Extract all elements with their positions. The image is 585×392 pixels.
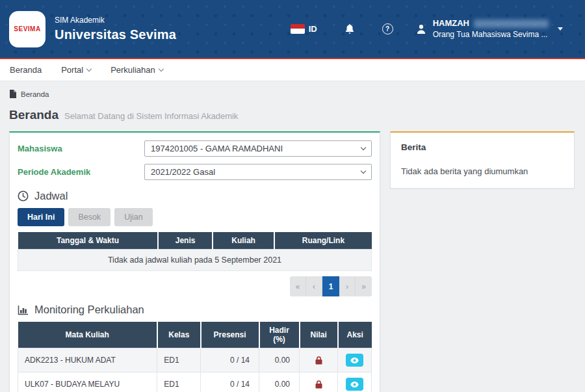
language-switcher[interactable]: ID	[291, 24, 317, 34]
dashboard-panel: Mahasiswa 1974201005 - GAMA RAMADHANI Pe…	[9, 131, 380, 392]
help-button[interactable]: ?	[382, 23, 393, 34]
periode-akademik-select[interactable]: 2021/2022 Gasal	[144, 164, 372, 180]
tab-besok[interactable]: Besok	[68, 208, 110, 226]
user-icon	[415, 23, 427, 35]
file-icon	[9, 90, 16, 98]
user-role: Orang Tua Mahasiswa Sevima ...	[433, 30, 549, 40]
monitoring-col-mata-kuliah: Mata Kuliah	[18, 322, 157, 348]
periode-akademik-label: Periode Akademik	[18, 167, 144, 177]
mata-kuliah-cell: ULK07 - BUDAYA MELAYU	[18, 372, 157, 392]
jadwal-col-kuliah: Kuliah	[213, 232, 275, 250]
monitoring-col-presensi: Presensi	[201, 322, 259, 348]
main-nav: Beranda Portal Perkuliahan	[0, 59, 585, 81]
presensi-cell: 0 / 14	[201, 348, 259, 372]
clock-icon	[18, 190, 29, 202]
brand-block: SIM Akademik Universitas Sevima	[55, 16, 176, 42]
app-subtitle: SIM Akademik	[55, 16, 176, 25]
monitoring-table: Mata Kuliah Kelas Presensi Hadir (%) Nil…	[18, 322, 372, 392]
nilai-cell	[300, 348, 338, 372]
view-detail-button[interactable]	[346, 378, 363, 391]
jadwal-col-jenis: Jenis	[158, 232, 212, 250]
question-circle-icon: ?	[382, 23, 393, 34]
app-title: Universitas Sevima	[55, 27, 176, 42]
kelas-cell: ED1	[157, 348, 201, 372]
kelas-cell: ED1	[157, 372, 201, 392]
pagination-page-1[interactable]: 1	[322, 276, 339, 296]
presensi-cell: 0 / 14	[201, 372, 259, 392]
breadcrumb[interactable]: Beranda	[9, 90, 575, 98]
monitoring-col-kelas: Kelas	[157, 322, 201, 348]
view-detail-button[interactable]	[346, 354, 363, 367]
mahasiswa-select[interactable]: 1974201005 - GAMA RAMADHANI	[144, 140, 372, 157]
monitoring-col-aksi: Aksi	[338, 322, 372, 348]
user-name: HAMZAH	[433, 18, 469, 29]
berita-empty-message: Tidak ada berita yang diumumkan	[401, 166, 564, 176]
aksi-cell	[338, 372, 372, 392]
breadcrumb-label: Beranda	[21, 90, 49, 98]
mata-kuliah-cell: ADK2213 - HUKUM ADAT	[18, 348, 157, 372]
nilai-cell	[300, 372, 338, 392]
nav-item-beranda[interactable]: Beranda	[10, 65, 42, 75]
table-row: ULK07 - BUDAYA MELAYU ED1 0 / 14 0.00	[18, 372, 372, 392]
jadwal-tabs: Hari Ini Besok Ujian	[18, 208, 372, 226]
jadwal-col-tanggal: Tanggal & Waktu	[18, 232, 159, 250]
language-code: ID	[309, 24, 317, 34]
redacted-name-blur	[474, 20, 549, 28]
berita-title: Berita	[401, 142, 564, 152]
monitoring-col-hadir: Hadir (%)	[259, 322, 300, 348]
jadwal-pagination: « ‹ 1 › »	[290, 276, 372, 296]
pagination-prev-button[interactable]: ‹	[306, 276, 322, 296]
page-title: Beranda	[9, 108, 58, 122]
sevima-logo-text: SEVIMA	[14, 25, 40, 33]
user-menu[interactable]: HAMZAH Orang Tua Mahasiswa Sevima ...	[415, 18, 563, 40]
eye-icon	[350, 358, 359, 363]
chevron-down-icon	[159, 66, 164, 72]
berita-panel: Berita Tidak ada berita yang diumumkan	[390, 131, 575, 189]
pagination-next-button[interactable]: ›	[339, 276, 356, 296]
bell-icon	[344, 23, 355, 34]
tab-hari-ini[interactable]: Hari Ini	[18, 208, 64, 226]
pagination-last-button[interactable]: »	[356, 276, 372, 296]
pagination-first-button[interactable]: «	[290, 276, 306, 296]
lock-icon	[315, 380, 322, 389]
monitoring-col-nilai: Nilai	[300, 322, 338, 348]
notifications-button[interactable]	[344, 23, 355, 34]
monitoring-section-title: Monitoring Perkuliahan	[34, 304, 144, 316]
jadwal-empty-message: Tidak ada jadwal kuliah pada 5 September…	[18, 250, 372, 271]
sevima-logo: SEVIMA	[9, 11, 46, 47]
nav-item-portal[interactable]: Portal	[61, 65, 91, 75]
aksi-cell	[338, 348, 372, 372]
chevron-down-icon	[86, 66, 92, 72]
nav-item-perkuliahan[interactable]: Perkuliahan	[110, 65, 163, 75]
chevron-down-icon	[558, 27, 563, 31]
jadwal-col-ruang: Ruang/Link	[274, 232, 371, 250]
tab-ujian[interactable]: Ujian	[114, 208, 153, 226]
bar-chart-icon	[18, 305, 29, 315]
page-subtitle: Selamat Datang di Sistem Informasi Akade…	[64, 111, 238, 121]
app-header: SEVIMA SIM Akademik Universitas Sevima I…	[0, 0, 585, 59]
hadir-cell: 0.00	[259, 372, 300, 392]
jadwal-section-title: Jadwal	[34, 190, 68, 202]
table-row: ADK2213 - HUKUM ADAT ED1 0 / 14 0.00	[18, 348, 372, 372]
indonesia-flag-icon	[291, 24, 305, 34]
jadwal-table: Tanggal & Waktu Jenis Kuliah Ruang/Link …	[18, 232, 372, 271]
eye-icon	[350, 382, 359, 387]
hadir-cell: 0.00	[259, 348, 300, 372]
mahasiswa-label: Mahasiswa	[18, 144, 144, 153]
lock-icon	[315, 356, 322, 365]
